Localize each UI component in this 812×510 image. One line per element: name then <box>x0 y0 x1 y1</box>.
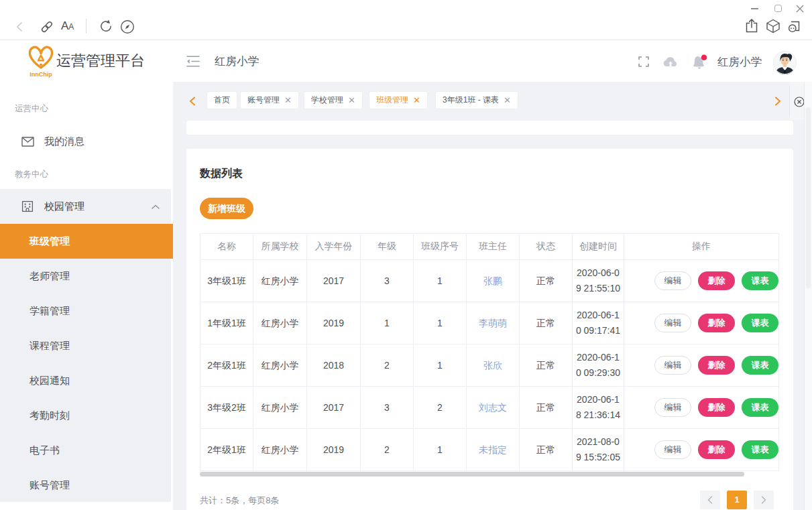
svg-text:InnChip: InnChip <box>30 71 52 78</box>
